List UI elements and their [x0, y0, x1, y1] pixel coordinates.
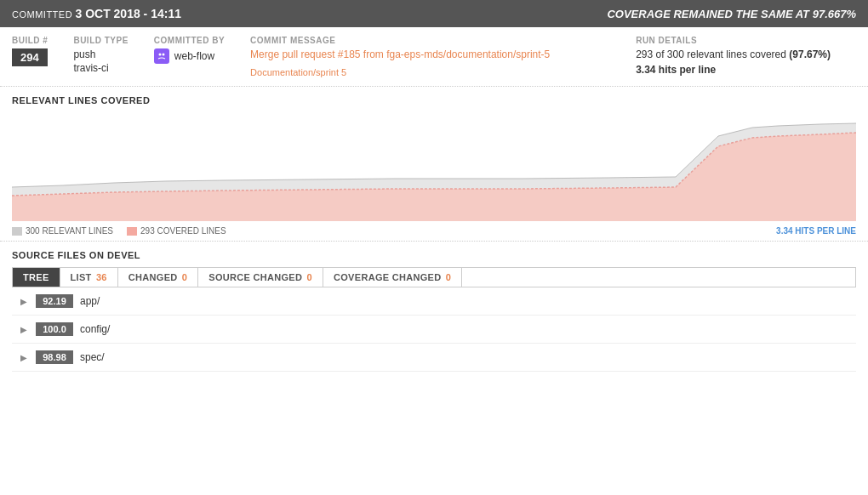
build-type-push: push — [73, 48, 128, 60]
run-pct: (97.67%) — [789, 48, 831, 60]
commit-message-label: COMMIT MESSAGE — [250, 36, 610, 45]
svg-point-2 — [162, 54, 164, 56]
svg-marker-4 — [12, 133, 856, 221]
file-row-config: ▶ 100.0 config/ — [12, 316, 856, 344]
run-details-label: RUN DETAILS — [636, 36, 831, 45]
avatar-icon — [154, 48, 169, 64]
tab-changed[interactable]: CHANGED 0 — [118, 268, 199, 287]
expand-icon-config[interactable]: ▶ — [20, 325, 29, 334]
run-hits: 3.34 hits per line — [636, 64, 831, 76]
committed-date: 3 OCT 2018 - 14:11 — [75, 7, 181, 20]
committed-by-label: COMMITTED BY — [154, 36, 225, 45]
tab-list[interactable]: LIST 36 — [60, 268, 118, 287]
committed-label: COMMITTED — [12, 9, 72, 20]
legend-relevant: 300 RELEVANT LINES — [12, 226, 113, 236]
build-type-travis: travis-ci — [73, 62, 128, 74]
run-lines-stat: 293 of 300 relevant lines covered (97.67… — [636, 48, 831, 60]
source-section: SOURCE FILES ON DEVEL TREE LIST 36 CHANG… — [0, 242, 868, 380]
chart-section: RELEVANT LINES COVERED 300 RELEVANT LINE… — [0, 87, 868, 242]
commit-sub: Documentation/sprint 5 — [250, 67, 610, 77]
run-lines-text: 293 of 300 relevant lines covered — [636, 48, 786, 60]
legend-box-pink — [127, 227, 137, 236]
build-number-col: BUILD # 294 — [12, 36, 73, 77]
legend-covered-label: 293 COVERED LINES — [140, 226, 226, 236]
tab-coverage-changed[interactable]: COVERAGE CHANGED 0 — [323, 268, 462, 287]
tab-tree[interactable]: TREE — [13, 268, 60, 287]
chart-container — [12, 111, 856, 221]
expand-icon-spec[interactable]: ▶ — [20, 353, 29, 362]
committed-info: COMMITTED 3 OCT 2018 - 14:11 — [12, 7, 181, 20]
legend-left: 300 RELEVANT LINES 293 COVERED LINES — [12, 226, 226, 236]
legend-hits: 3.34 HITS PER LINE — [776, 226, 856, 236]
chart-svg — [12, 111, 856, 221]
tab-list-count: 36 — [94, 272, 107, 282]
commit-message-col: COMMIT MESSAGE Merge pull request #185 f… — [250, 36, 636, 77]
tab-list-label: LIST — [71, 272, 92, 282]
coverage-badge-app: 92.19 — [36, 294, 73, 308]
build-num-label: BUILD # — [12, 36, 48, 45]
committed-by-name: web-flow — [174, 50, 214, 62]
file-row-app: ▶ 92.19 app/ — [12, 287, 856, 316]
svg-point-1 — [158, 54, 161, 56]
coverage-status: COVERAGE REMAINED THE SAME AT 97.667% — [607, 8, 856, 20]
legend-relevant-label: 300 RELEVANT LINES — [26, 226, 113, 236]
build-info-row: BUILD # 294 BUILD TYPE push travis-ci CO… — [0, 27, 868, 87]
header-bar: COMMITTED 3 OCT 2018 - 14:11 COVERAGE RE… — [0, 0, 868, 27]
folder-name-app: app/ — [80, 295, 100, 307]
legend-covered: 293 COVERED LINES — [127, 226, 226, 236]
tab-source-changed[interactable]: SOURCE CHANGED 0 — [198, 268, 323, 287]
source-title: SOURCE FILES ON DEVEL — [12, 250, 856, 260]
tab-tree-label: TREE — [23, 272, 49, 282]
build-type-col: BUILD TYPE push travis-ci — [73, 36, 153, 77]
tab-source-changed-count: 0 — [304, 272, 312, 282]
svg-rect-0 — [156, 50, 168, 62]
build-number: 294 — [12, 48, 48, 66]
build-type-label: BUILD TYPE — [73, 36, 128, 45]
tab-source-changed-label: SOURCE CHANGED — [208, 272, 302, 282]
folder-name-config: config/ — [80, 323, 110, 335]
folder-name-spec: spec/ — [80, 351, 105, 363]
tab-coverage-changed-label: COVERAGE CHANGED — [334, 272, 441, 282]
tab-changed-count: 0 — [180, 272, 188, 282]
run-details-col: RUN DETAILS 293 of 300 relevant lines co… — [636, 36, 856, 77]
coverage-badge-spec: 98.98 — [36, 350, 73, 364]
commit-message-link[interactable]: Merge pull request #185 from fga-eps-mds… — [250, 48, 610, 60]
coverage-badge-config: 100.0 — [36, 322, 73, 336]
file-row-spec: ▶ 98.98 spec/ — [12, 344, 856, 372]
legend-box-gray — [12, 227, 22, 236]
build-type-list: push travis-ci — [73, 48, 128, 74]
chart-legend: 300 RELEVANT LINES 293 COVERED LINES 3.3… — [12, 221, 856, 241]
committed-by-col: COMMITTED BY web-flow — [154, 36, 250, 77]
tab-coverage-changed-count: 0 — [443, 272, 451, 282]
tabs-row: TREE LIST 36 CHANGED 0 SOURCE CHANGED 0 … — [12, 267, 856, 287]
expand-icon-app[interactable]: ▶ — [20, 297, 29, 306]
tab-changed-label: CHANGED — [128, 272, 178, 282]
chart-title: RELEVANT LINES COVERED — [12, 95, 856, 105]
committed-by-row: web-flow — [154, 48, 225, 64]
